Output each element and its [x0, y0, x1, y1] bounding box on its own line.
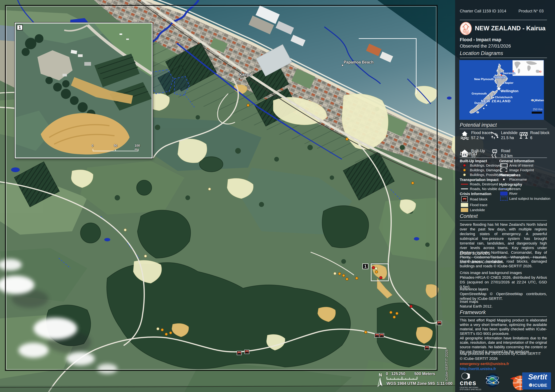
section-context: Context: [460, 213, 478, 219]
image-footprint-icon: [500, 168, 508, 172]
scale-0: 0: [386, 371, 388, 376]
city-label-christchurch: Christchurch: [495, 96, 513, 99]
charter-globe-logo: [485, 373, 500, 388]
map-product-page: Kairua Papamoa Beach 1: [0, 0, 555, 392]
data-sources-p3: Reference layers OpenStreetMap © OpenStr…: [460, 287, 547, 301]
legend-item: Landslide: [460, 208, 485, 212]
inset-scale-50: 50: [114, 144, 117, 147]
legend-body: Built-Up Impact Buildings, Destroyed Bui…: [460, 159, 551, 211]
flood-traces-icon: [460, 131, 469, 140]
data-sources-p1: Flood traces, landslides, road blocks, d…: [460, 259, 547, 269]
legend-item: Image Footprint: [499, 168, 534, 172]
contact-email-link[interactable]: emergency-sertit@unistra.fr: [460, 362, 509, 366]
page-title: NEW ZEALAND - Kairua: [475, 25, 545, 32]
inset-number-chip: 1: [17, 25, 23, 30]
section-legend: Legend: [460, 151, 477, 157]
location-scale-label: 250 Km: [533, 108, 543, 111]
cnes-logo: cnes CENTRE NATIONAL D'ÉTUDES SPATIALES: [460, 372, 482, 391]
destroyed-dot-icon: [463, 164, 466, 167]
impact-road: Road0.2 km: [490, 148, 513, 159]
scale-250: 250: [399, 371, 405, 376]
location-scale-bar: [532, 112, 542, 114]
area-of-interest-icon: [500, 163, 508, 167]
legend-group-transportation: Transportation Impact: [460, 178, 498, 182]
framework-body: This best effort Rapid Mapping product i…: [460, 318, 547, 354]
city-label-greymouth: Greymouth: [472, 92, 487, 95]
legend-group-hydrography: Hydrography: [499, 182, 522, 187]
product-type: Flood - Impact map: [460, 37, 501, 42]
placename-dot-icon: [503, 179, 505, 181]
cnes-sphere-icon: [460, 372, 470, 380]
impact-label: Landslide: [501, 131, 518, 135]
impact-road-block: Road block6: [519, 131, 549, 140]
impact-value: 6: [530, 135, 549, 140]
context-body: Severe flooding has hit New Zealand's No…: [460, 222, 547, 264]
city-label-napier: Napier: [504, 81, 513, 85]
landslide-swatch: [461, 208, 468, 212]
panel-header: Charter Call 1159 ID 1014 Product N° 03: [460, 9, 551, 13]
placename-papamoa-beach: Papamoa Beach: [344, 60, 373, 65]
section-potential-impact: Potential impact: [460, 122, 497, 128]
observed-date: Observed the 27/01/2026: [460, 44, 511, 49]
world-inset-map: [513, 60, 544, 76]
impact-value: 57.2 ha: [471, 135, 492, 140]
impact-flood-traces: Flood traces57.2 ha: [460, 131, 492, 140]
road-block-marker: [237, 351, 242, 355]
sertit-box: Sertit ICUBE: [522, 372, 551, 390]
flood-event-icon: [460, 22, 472, 35]
legend-group-crisis: Crisis Information: [460, 192, 491, 196]
website-link[interactable]: http://sertit.unistra.fr: [460, 367, 496, 371]
road-block-marker: [424, 346, 430, 350]
aoi-number-chip: 1: [362, 263, 368, 269]
charter-call-id: Charter Call 1159 ID 1014: [460, 9, 506, 13]
legend-item: Buildings, Destroyed: [460, 163, 502, 167]
inset-map-1: 0 50 100 m: [15, 23, 153, 158]
scale-125: 125: [391, 371, 398, 376]
damaged-dot-icon: [463, 169, 466, 171]
crs-label: WGS 1984 UTM Zone 59S: [387, 381, 435, 386]
placename-kairua: Kairua: [239, 73, 251, 77]
city-label-waitangi: Waitangi: [535, 99, 544, 102]
inset-satellite-image: [15, 23, 152, 158]
copyright-line: © ICube-SERTIT 2026: [460, 356, 547, 361]
inset-scale-0: 0: [92, 144, 94, 147]
road-block-marker: [244, 350, 249, 354]
legend-item: Stream: [499, 187, 521, 191]
river-swatch: [500, 192, 508, 196]
data-sources-p4: Inset maps Natural Earth 2012.: [460, 299, 547, 309]
capital-label-wellington: Wellington: [501, 89, 518, 93]
city-label-gisborne: Gisborne: [493, 76, 506, 79]
data-sources-p2: Crisis image and background images Pléia…: [460, 270, 547, 289]
impact-label: Road: [501, 148, 513, 153]
city-label-tauranga: Tauranga: [503, 72, 515, 75]
impact-label: Flood traces: [471, 131, 492, 135]
legend-group-built-up: Built-Up Impact: [460, 159, 487, 163]
area-of-interest-box: [371, 263, 389, 281]
inundation-swatch: [500, 196, 508, 201]
placename-dot-papamoa-beach: [342, 64, 343, 66]
legend-item: Buildings, Damaged: [460, 168, 501, 172]
location-diagram: Tauranga Gisborne New Plymouth Napier Gr…: [459, 60, 544, 120]
impact-landslide: Landslide21.5 ha: [490, 131, 518, 140]
legend-item: Roads, Destroyed: [460, 182, 498, 186]
section-data-sources: Data sources: [460, 250, 490, 256]
road-block-stat-icon: [519, 131, 528, 140]
legend-item: Land subject to inundation: [499, 196, 550, 201]
scale-500: 500 Meters: [414, 371, 435, 376]
section-location-diagrams: Location Diagrams: [460, 50, 503, 56]
legend-item: Flood trace: [460, 203, 488, 207]
road-block-marker: [437, 321, 442, 325]
placename-dot-kairua: [240, 78, 242, 80]
road-icon: [490, 148, 499, 158]
country-label: NEW ZEALAND: [481, 99, 511, 103]
bleed-seam: [0, 386, 455, 392]
road-block-legend-icon: [461, 196, 468, 202]
road-block-marker: [379, 333, 384, 338]
landslide-icon: [490, 131, 499, 140]
flood-trace-swatch: [461, 203, 468, 207]
sertit-wordmark: Sertit: [528, 373, 547, 381]
cnes-subtitle: CENTRE NATIONAL D'ÉTUDES SPATIALES: [460, 386, 482, 391]
legend-group-placenames: Placenames: [499, 173, 520, 177]
impact-label: Road block: [530, 131, 549, 135]
road-block-marker: [374, 333, 380, 338]
